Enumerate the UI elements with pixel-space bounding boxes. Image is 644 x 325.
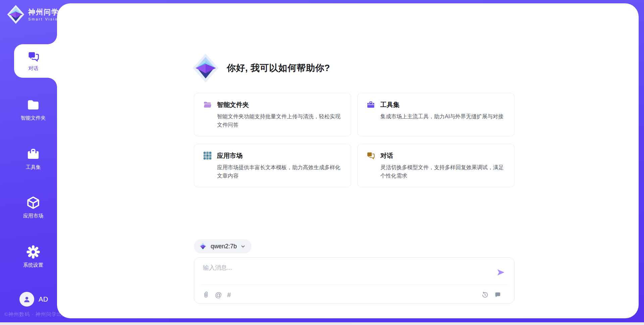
model-name: qwen2:7b	[211, 243, 237, 250]
chevron-down-icon	[240, 244, 246, 249]
sidebar-item-app-market[interactable]: 应用市场	[9, 196, 57, 219]
sidebar-item-toolset[interactable]: 工具集	[9, 147, 57, 171]
person-icon	[22, 295, 31, 304]
mention-icon[interactable]: @	[215, 291, 222, 299]
user-profile[interactable]: AD	[19, 292, 48, 307]
card-title: 工具集	[380, 101, 399, 109]
gem-icon	[199, 242, 207, 251]
sidebar-item-label: 对话	[29, 65, 39, 72]
hashtag-icon[interactable]: #	[227, 291, 231, 299]
sidebar-item-chat[interactable]: 对话	[14, 44, 57, 78]
card-toolset[interactable]: 工具集 集成市场上主流工具，助力AI与外界无缝扩展与对接	[357, 93, 515, 136]
greeting-title: 你好, 我可以如何帮助你?	[227, 62, 330, 74]
card-description: 应用市场提供丰富长文本模板，助力高效生成多样化文章内容	[217, 163, 342, 180]
sidebar-item-label: 智能文件夹	[21, 115, 46, 121]
composer-divider	[201, 284, 507, 285]
send-icon[interactable]	[496, 268, 505, 277]
composer-tools-left: @ #	[202, 291, 231, 299]
gem-icon	[7, 5, 25, 24]
toolbox-icon	[366, 100, 375, 109]
chat-icon	[366, 151, 375, 160]
avatar	[19, 292, 34, 307]
user-name: AD	[39, 296, 48, 303]
card-title: 应用市场	[217, 151, 243, 160]
card-title: 对话	[380, 151, 393, 160]
card-smart-folder[interactable]: 智能文件夹 智能文件夹功能支持批量文件上传与清洗，轻松实现文件问答	[194, 93, 351, 136]
grid-icon	[203, 151, 212, 160]
chat-icon	[27, 50, 40, 63]
toolbox-icon	[26, 147, 40, 161]
card-description: 集成市场上主流工具，助力AI与外界无缝扩展与对接	[380, 112, 505, 121]
brand-logo: 神州问学 Smart Vision	[7, 5, 61, 24]
brand-subtitle: Smart Vision	[28, 17, 61, 21]
card-description: 灵活切换多模型文件，支持多样回复效果调试，满足个性化需求	[380, 163, 505, 180]
card-title: 智能文件夹	[217, 101, 249, 109]
gem-icon	[192, 53, 219, 83]
composer-toolbar: @ #	[202, 291, 501, 299]
sidebar-item-settings[interactable]: 系统设置	[9, 245, 57, 268]
sidebar-item-label: 工具集	[26, 164, 41, 171]
sidebar-item-label: 应用市场	[23, 213, 43, 219]
folder-icon	[26, 98, 40, 112]
app: 神州问学 Smart Vision 对话 智能文件夹 工具集 应用市场	[0, 0, 644, 325]
card-description: 智能文件夹功能支持批量文件上传与清洗，轻松实现文件问答	[217, 112, 342, 129]
gear-icon	[26, 245, 40, 259]
history-icon[interactable]	[481, 291, 489, 299]
sidebar-item-label: 系统设置	[23, 262, 43, 268]
folder-icon	[203, 100, 212, 109]
cube-icon	[26, 196, 40, 210]
attachment-icon[interactable]	[202, 291, 210, 299]
card-app-market[interactable]: 应用市场 应用市场提供丰富长文本模板，助力高效生成多样化文章内容	[194, 144, 351, 187]
brand-title: 神州问学	[28, 8, 61, 16]
message-composer: @ #	[194, 257, 515, 304]
feedback-icon[interactable]	[494, 291, 501, 299]
card-chat[interactable]: 对话 灵活切换多模型文件，支持多样回复效果调试，满足个性化需求	[357, 144, 515, 187]
feature-cards: 智能文件夹 智能文件夹功能支持批量文件上传与清洗，轻松实现文件问答 工具集 集成…	[194, 93, 515, 187]
composer-tools-right	[481, 291, 501, 299]
sidebar-footer: ©神州数码 · 神州问学出品	[4, 311, 67, 318]
welcome-hero: 你好, 我可以如何帮助你?	[192, 53, 330, 83]
bottom-strip	[0, 322, 644, 325]
sidebar-item-smart-folder[interactable]: 智能文件夹	[9, 98, 57, 121]
message-input[interactable]	[202, 263, 487, 282]
model-selector[interactable]: qwen2:7b	[194, 239, 252, 253]
